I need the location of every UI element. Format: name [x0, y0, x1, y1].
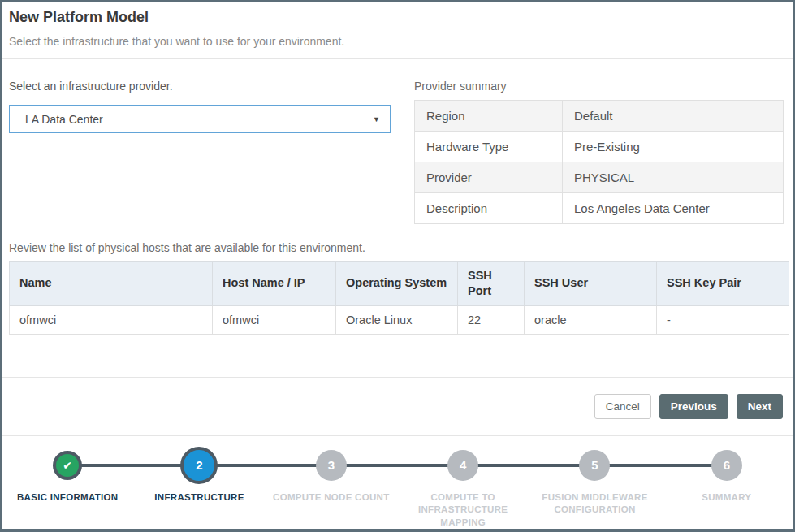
summary-label-cell: Region [415, 101, 563, 132]
column-header-name: Name [10, 262, 213, 306]
header-divider [2, 58, 793, 59]
provider-select-column: Select an infrastructure provider. LA Da… [9, 78, 391, 224]
step-6-circle: 6 [711, 450, 742, 481]
step-1-circle[interactable]: ✔ [53, 451, 82, 480]
hosts-header-row: Name Host Name / IP Operating System SSH… [10, 262, 789, 306]
step-2-circle[interactable]: 2 [180, 447, 218, 484]
step-label: BASIC INFORMATION [17, 491, 118, 504]
step-number: 3 [328, 458, 335, 472]
new-platform-model-wizard: New Platform Model Select the infrastruc… [0, 0, 795, 532]
host-cell-ssh-user: oracle [525, 305, 657, 334]
step-label: COMPUTE NODE COUNT [273, 491, 389, 504]
wizard-content: Select an infrastructure provider. LA Da… [2, 78, 793, 377]
provider-summary-title: Provider summary [414, 80, 784, 93]
step-list: ✔ BASIC INFORMATION 2 INFRASTRUCTURE 3 [2, 447, 793, 530]
step-number: 4 [460, 458, 466, 472]
step-compute-node-count: 3 COMPUTE NODE COUNT [266, 447, 397, 530]
wizard-button-bar: Cancel Previous Next [2, 378, 793, 435]
step-label: SUMMARY [702, 491, 751, 504]
wizard-stepper: ✔ BASIC INFORMATION 2 INFRASTRUCTURE 3 [2, 436, 793, 527]
infrastructure-provider-select[interactable]: LA Data Center ▼ [9, 105, 391, 133]
host-cell-operating-system: Oracle Linux [336, 305, 458, 334]
page-subtitle: Select the infrastructure that you want … [9, 35, 784, 58]
column-header-operating-system: Operating System [336, 262, 458, 306]
wizard-header: New Platform Model Select the infrastruc… [2, 2, 793, 58]
physical-hosts-table: Name Host Name / IP Operating System SSH… [9, 261, 789, 335]
column-header-ssh-port: SSH Port [458, 262, 525, 306]
summary-row-hardware-type: Hardware Type Pre-Existing [415, 132, 784, 162]
host-cell-hostname-ip: ofmwci [213, 305, 336, 334]
host-cell-name: ofmwci [10, 305, 213, 334]
summary-row-description: Description Los Angeles Data Center [415, 193, 784, 224]
provider-section: Select an infrastructure provider. LA Da… [9, 78, 784, 224]
provider-summary-column: Provider summary Region Default Hardware… [414, 78, 784, 224]
step-circle-wrap: 4 [447, 447, 478, 484]
host-cell-ssh-port: 22 [458, 305, 525, 334]
cancel-button[interactable]: Cancel [594, 394, 651, 419]
step-circle-wrap: 3 [316, 447, 347, 484]
previous-button[interactable]: Previous [659, 394, 728, 419]
summary-value-cell: Los Angeles Data Center [563, 193, 784, 224]
step-circle-wrap: 2 [180, 447, 218, 484]
summary-label-cell: Provider [415, 162, 563, 193]
step-basic-information: ✔ BASIC INFORMATION [2, 447, 133, 530]
page-title: New Platform Model [9, 9, 784, 26]
step-4-circle: 4 [447, 450, 478, 481]
step-fusion-middleware-configuration: 5 FUSION MIDDLEWARE CONFIGURATION [529, 447, 660, 530]
step-summary: 6 SUMMARY [661, 447, 793, 530]
summary-label-cell: Hardware Type [415, 132, 563, 162]
next-button[interactable]: Next [737, 394, 783, 419]
step-5-circle: 5 [579, 450, 610, 481]
summary-row-region: Region Default [415, 101, 784, 132]
selected-provider-value: LA Data Center [25, 113, 103, 126]
step-3-circle: 3 [316, 450, 347, 481]
hosts-description: Review the list of physical hosts that a… [9, 241, 784, 254]
step-circle-wrap: 6 [711, 447, 742, 484]
step-number: 5 [591, 458, 598, 472]
summary-value-cell: PHYSICAL [563, 162, 784, 193]
step-label: INFRASTRUCTURE [154, 491, 244, 504]
step-number: 6 [724, 458, 730, 472]
provider-select-label: Select an infrastructure provider. [9, 80, 391, 93]
spacer [9, 335, 784, 377]
check-icon: ✔ [63, 460, 72, 471]
step-label: FUSION MIDDLEWARE CONFIGURATION [529, 491, 660, 517]
step-circle-wrap: 5 [579, 447, 610, 484]
summary-value-cell: Pre-Existing [563, 132, 784, 162]
summary-value-cell: Default [563, 101, 784, 132]
step-circle-wrap: ✔ [53, 447, 82, 484]
column-header-ssh-key-pair: SSH Key Pair [657, 262, 789, 306]
provider-summary-table: Region Default Hardware Type Pre-Existin… [414, 100, 784, 224]
column-header-hostname-ip: Host Name / IP [213, 262, 336, 306]
column-header-ssh-user: SSH User [525, 262, 657, 306]
chevron-down-icon: ▼ [373, 115, 380, 123]
step-number: 2 [196, 458, 202, 472]
step-label: COMPUTE TO INFRASTRUCTURE MAPPING [410, 491, 516, 530]
host-cell-ssh-key-pair: - [657, 305, 789, 334]
host-table-row: ofmwci ofmwci Oracle Linux 22 oracle - [10, 305, 789, 334]
summary-label-cell: Description [415, 193, 563, 224]
summary-row-provider: Provider PHYSICAL [415, 162, 784, 193]
step-infrastructure: 2 INFRASTRUCTURE [133, 447, 265, 530]
step-compute-to-infrastructure-mapping: 4 COMPUTE TO INFRASTRUCTURE MAPPING [397, 447, 529, 530]
